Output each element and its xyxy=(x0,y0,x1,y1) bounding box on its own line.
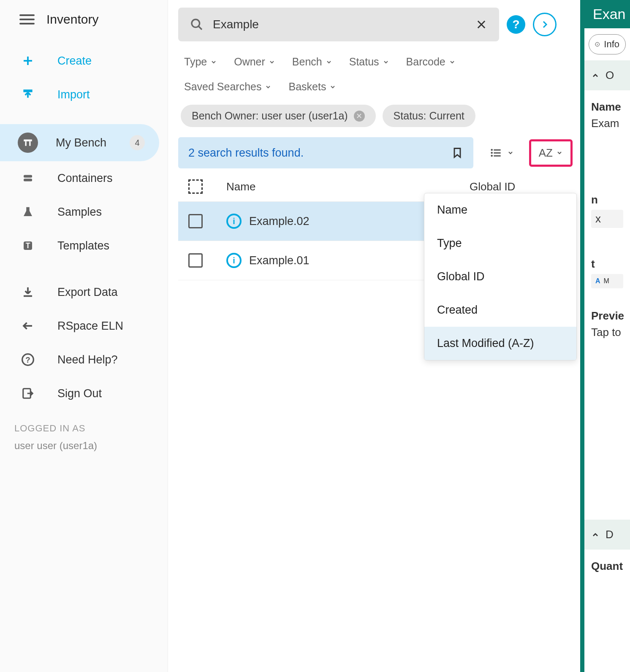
filter-row-2: Saved Searches Baskets xyxy=(178,76,573,101)
svg-text:i: i xyxy=(597,43,598,46)
column-name[interactable]: Name xyxy=(226,180,470,193)
sidebar-item-rspace[interactable]: RSpace ELN xyxy=(0,309,168,343)
filter-owner[interactable]: Owner xyxy=(234,56,275,68)
row-name: Example.01 xyxy=(249,254,310,267)
app-title: Inventory xyxy=(46,12,98,27)
view-toggle[interactable] xyxy=(482,142,521,164)
sidebar-item-create[interactable]: Create xyxy=(0,44,168,78)
row-checkbox[interactable] xyxy=(188,253,203,268)
svg-text:?: ? xyxy=(25,355,30,364)
svg-point-15 xyxy=(192,19,200,27)
overview-section-header[interactable]: O xyxy=(584,60,630,90)
row-checkbox[interactable] xyxy=(188,214,203,228)
sidebar-item-label: Templates xyxy=(57,239,109,252)
svg-rect-2 xyxy=(24,90,32,92)
filter-chip-bench-owner[interactable]: Bench Owner: user user (user1a) ✕ xyxy=(181,105,376,127)
plus-icon xyxy=(19,52,36,69)
sidebar-footer: LOGGED IN AS user user (user1a) xyxy=(0,410,168,464)
filter-chip-status[interactable]: Status: Current xyxy=(383,105,475,127)
svg-rect-6 xyxy=(24,175,32,178)
sort-option-global-id[interactable]: Global ID xyxy=(424,260,576,293)
sidebar-item-my-bench[interactable]: My Bench 4 xyxy=(0,124,159,161)
bookmark-icon[interactable] xyxy=(451,146,463,160)
svg-point-21 xyxy=(491,152,493,154)
svg-rect-22 xyxy=(494,152,500,154)
results-count-text: 2 search results found. xyxy=(188,146,304,160)
sort-menu: Name Type Global ID Created Last Modifie… xyxy=(424,193,577,360)
sort-option-name[interactable]: Name xyxy=(424,193,576,227)
sidebar-item-import[interactable]: Import xyxy=(0,78,168,111)
details-panel: Exan i Info O Name Exam n x t A M Previe… xyxy=(580,0,630,672)
sort-option-type[interactable]: Type xyxy=(424,227,576,260)
back-arrow-icon xyxy=(19,317,36,334)
sidebar-item-help[interactable]: ? Need Help? xyxy=(0,343,168,377)
search-clear-icon[interactable] xyxy=(475,19,487,30)
sidebar-item-label: Export Data xyxy=(57,286,118,299)
results-banner: 2 search results found. xyxy=(178,137,473,168)
search-box[interactable] xyxy=(178,8,499,41)
filter-type[interactable]: Type xyxy=(184,56,217,68)
column-global-id[interactable]: Global ID xyxy=(470,180,562,193)
filter-bench[interactable]: Bench xyxy=(292,56,332,68)
row-name: Example.02 xyxy=(249,215,310,228)
sidebar-header: Inventory xyxy=(0,12,168,44)
name-value: Exam xyxy=(591,117,623,130)
select-all-checkbox[interactable] xyxy=(188,179,203,194)
sort-label: AZ xyxy=(539,146,553,160)
filter-row-1: Type Owner Bench Status Barcode xyxy=(178,51,573,76)
expand-panel-button[interactable] xyxy=(533,13,557,36)
sidebar-item-export[interactable]: Export Data xyxy=(0,275,168,309)
info-chip[interactable]: i Info xyxy=(589,34,626,54)
sidebar-item-label: My Bench xyxy=(56,136,106,149)
sidebar-item-label: Samples xyxy=(57,206,102,219)
containers-icon xyxy=(19,170,36,187)
import-icon xyxy=(19,86,36,103)
search-input[interactable] xyxy=(213,18,475,31)
sidebar-item-templates[interactable]: T Templates xyxy=(0,229,168,263)
filter-barcode[interactable]: Barcode xyxy=(406,56,456,68)
signout-icon xyxy=(19,385,36,402)
details-section-header[interactable]: D xyxy=(584,520,630,550)
hamburger-menu-icon[interactable] xyxy=(19,12,35,27)
logged-in-user: user user (user1a) xyxy=(14,440,153,452)
topbar: ? xyxy=(178,8,573,41)
search-icon xyxy=(190,18,204,31)
info-icon[interactable]: i xyxy=(226,214,242,229)
sidebar-item-label: RSpace ELN xyxy=(57,320,123,333)
details-title: Exan xyxy=(584,0,630,28)
svg-rect-10 xyxy=(24,295,32,297)
svg-line-16 xyxy=(198,26,202,30)
sidebar-item-label: Create xyxy=(57,54,92,68)
preview-text: Tap to xyxy=(591,326,623,339)
filter-status[interactable]: Status xyxy=(349,56,389,68)
logged-in-label: LOGGED IN AS xyxy=(14,423,153,434)
info-icon[interactable]: i xyxy=(226,253,242,268)
filter-baskets[interactable]: Baskets xyxy=(288,81,336,93)
chip-remove-icon[interactable]: ✕ xyxy=(354,111,365,122)
main-content: ? Type Owner Bench Status Barcode Saved … xyxy=(168,0,580,672)
sidebar-item-label: Import xyxy=(57,88,90,101)
sort-option-last-modified[interactable]: Last Modified (A-Z) xyxy=(424,327,576,360)
sidebar-item-containers[interactable]: Containers xyxy=(0,161,168,195)
sidebar: Inventory Create Import My Bench 4 xyxy=(0,0,168,672)
sidebar-item-samples[interactable]: Samples xyxy=(0,195,168,229)
sort-option-created[interactable]: Created xyxy=(424,293,576,327)
help-button[interactable]: ? xyxy=(507,15,525,34)
svg-rect-4 xyxy=(25,141,27,146)
sort-button[interactable]: AZ xyxy=(529,139,573,167)
svg-rect-5 xyxy=(29,141,30,146)
download-icon xyxy=(19,284,36,301)
filter-saved-searches[interactable]: Saved Searches xyxy=(184,81,272,93)
sidebar-item-label: Need Help? xyxy=(57,353,118,366)
preview-label: Previe xyxy=(591,309,623,322)
bench-count-badge: 4 xyxy=(130,135,145,150)
active-filters: Bench Owner: user user (user1a) ✕ Status… xyxy=(178,101,573,137)
svg-rect-3 xyxy=(24,139,32,141)
results-bar: 2 search results found. AZ xyxy=(178,137,573,168)
sidebar-item-signout[interactable]: Sign Out xyxy=(0,377,168,410)
bench-icon xyxy=(18,133,38,153)
svg-rect-7 xyxy=(24,179,32,181)
svg-point-19 xyxy=(491,149,493,151)
name-label: Name xyxy=(591,100,623,114)
svg-text:T: T xyxy=(26,241,30,250)
